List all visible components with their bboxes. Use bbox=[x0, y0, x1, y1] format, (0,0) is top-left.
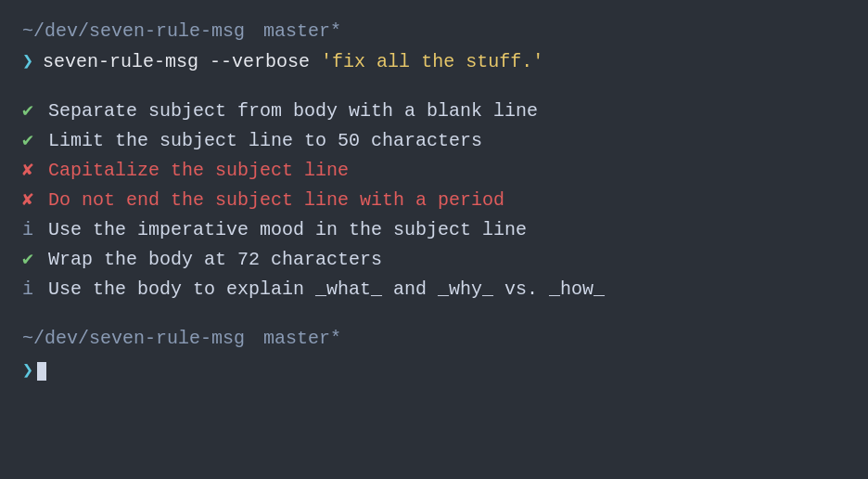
rule-text-2: Capitalize the subject line bbox=[48, 156, 349, 185]
rule-text-4: Use the imperative mood in the subject l… bbox=[48, 215, 527, 244]
icon-check-0: ✔ bbox=[22, 97, 48, 125]
icon-info-4: i bbox=[22, 215, 48, 244]
top-branch-text: master* bbox=[263, 20, 341, 42]
bottom-branch-text: master* bbox=[263, 328, 341, 349]
rule-line-4: i Use the imperative mood in the subject… bbox=[22, 215, 846, 244]
rule-line-1: ✔ Limit the subject line to 50 character… bbox=[22, 126, 846, 155]
prompt-arrow-top: ❯ bbox=[22, 47, 33, 76]
rule-text-1: Limit the subject line to 50 characters bbox=[48, 126, 482, 155]
rule-line-5: ✔ Wrap the body at 72 characters bbox=[22, 245, 846, 274]
rule-text-0: Separate subject from body with a blank … bbox=[48, 97, 538, 125]
rule-text-6: Use the body to explain _what_ and _why_… bbox=[48, 275, 605, 304]
rule-line-2: ✘ Capitalize the subject line bbox=[22, 156, 846, 185]
rule-line-6: i Use the body to explain _what_ and _wh… bbox=[22, 275, 846, 304]
icon-info-6: i bbox=[22, 275, 48, 304]
terminal-window: ~/dev/seven-rule-msg master* ❯ seven-rul… bbox=[22, 17, 846, 385]
rule-line-3: ✘ Do not end the subject line with a per… bbox=[22, 186, 846, 214]
top-path-text: ~/dev/seven-rule-msg bbox=[22, 20, 245, 42]
rule-text-5: Wrap the body at 72 characters bbox=[48, 245, 382, 274]
command-text: seven-rule-msg --verbose 'fix all the st… bbox=[43, 47, 543, 76]
rule-text-3: Do not end the subject line with a perio… bbox=[48, 186, 504, 214]
rule-line-0: ✔ Separate subject from body with a blan… bbox=[22, 97, 846, 125]
command-arg: 'fix all the stuff.' bbox=[321, 51, 543, 72]
bottom-prompt-line: ❯ bbox=[22, 356, 846, 385]
bottom-path-line: ~/dev/seven-rule-msg master* bbox=[22, 324, 846, 353]
icon-cross-2: ✘ bbox=[22, 156, 48, 185]
icon-check-1: ✔ bbox=[22, 126, 48, 155]
command-base: seven-rule-msg --verbose bbox=[43, 51, 321, 72]
icon-check-5: ✔ bbox=[22, 245, 48, 274]
cursor-block bbox=[37, 362, 46, 381]
prompt-arrow-bottom: ❯ bbox=[22, 356, 33, 385]
rules-block: ✔ Separate subject from body with a blan… bbox=[22, 97, 846, 304]
icon-cross-3: ✘ bbox=[22, 186, 48, 214]
bottom-path-text: ~/dev/seven-rule-msg bbox=[22, 328, 245, 349]
command-line: ❯ seven-rule-msg --verbose 'fix all the … bbox=[22, 47, 846, 76]
top-path-line: ~/dev/seven-rule-msg master* bbox=[22, 17, 846, 45]
